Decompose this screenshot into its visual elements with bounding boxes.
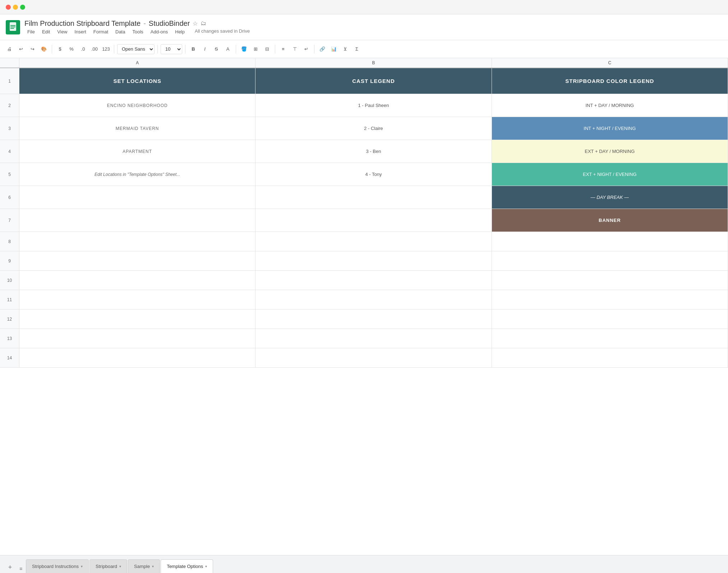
bold-button[interactable]: B	[188, 44, 198, 54]
add-sheet-button[interactable]: +	[4, 562, 16, 573]
cell-14c[interactable]	[492, 348, 728, 367]
divider-6	[275, 45, 275, 53]
col-header-a[interactable]: A	[19, 58, 255, 67]
folder-icon[interactable]: 🗂	[201, 20, 206, 27]
col-header-b[interactable]: B	[255, 58, 492, 67]
col-header-c[interactable]: C	[492, 58, 728, 67]
tab-dropdown-arrow[interactable]: ▾	[205, 564, 207, 568]
cell-12c[interactable]	[492, 309, 728, 329]
cell-13c[interactable]	[492, 329, 728, 348]
cell-4a[interactable]: APARTMENT	[19, 140, 255, 163]
wrap-button[interactable]: ↵	[301, 44, 311, 54]
cell-5a[interactable]: Edit Locations in "Template Options" She…	[19, 163, 255, 186]
cell-9a[interactable]	[19, 251, 255, 270]
cell-14b[interactable]	[255, 348, 492, 367]
cell-10c[interactable]	[492, 271, 728, 290]
cell-9c[interactable]	[492, 251, 728, 270]
cell-2b[interactable]: 1 - Paul Sheen	[255, 94, 492, 117]
table-row: 11	[0, 290, 728, 309]
menu-addons[interactable]: Add-ons	[148, 28, 171, 35]
table-row: 6 — DAY BREAK —	[0, 186, 728, 209]
chart-button[interactable]: 📊	[329, 44, 339, 54]
cell-7b[interactable]	[255, 209, 492, 232]
cell-1a[interactable]: SET LOCATIONS	[19, 68, 255, 94]
cell-5c[interactable]: EXT + NIGHT / EVENING	[492, 163, 728, 186]
number-format-button[interactable]: 123	[101, 44, 111, 54]
table-row: 3 MERMAID TAVERN 2 - Claire INT + NIGHT …	[0, 117, 728, 140]
tab-dropdown-arrow[interactable]: ▾	[119, 564, 121, 568]
menu-tools[interactable]: Tools	[129, 28, 146, 35]
cell-12a[interactable]	[19, 309, 255, 329]
filter-button[interactable]: ⊻	[340, 44, 350, 54]
currency-button[interactable]: $	[55, 44, 65, 54]
cell-3b[interactable]: 2 - Claire	[255, 117, 492, 140]
cell-10b[interactable]	[255, 271, 492, 290]
link-button[interactable]: 🔗	[317, 44, 327, 54]
cell-1c[interactable]: STRIPBOARD COLOR LEGEND	[492, 68, 728, 94]
font-family-select[interactable]: Open Sans	[117, 44, 155, 54]
cell-11b[interactable]	[255, 290, 492, 309]
cell-8a[interactable]	[19, 232, 255, 251]
maximize-button[interactable]	[20, 5, 25, 10]
tab-dropdown-arrow[interactable]: ▾	[81, 564, 83, 568]
merge-button[interactable]: ⊟	[262, 44, 272, 54]
decimal-increase-button[interactable]: .00	[89, 44, 100, 54]
menu-insert[interactable]: Insert	[72, 28, 89, 35]
sheet-list-button[interactable]: ≡	[17, 564, 25, 573]
close-button[interactable]	[6, 5, 11, 10]
menu-help[interactable]: Help	[172, 28, 188, 35]
cell-8c[interactable]	[492, 232, 728, 251]
menu-view[interactable]: View	[54, 28, 70, 35]
table-row: 9	[0, 251, 728, 271]
cell-6c[interactable]: — DAY BREAK —	[492, 186, 728, 209]
cell-6b[interactable]	[255, 186, 492, 209]
cell-2c[interactable]: INT + DAY / MORNING	[492, 94, 728, 117]
cell-14a[interactable]	[19, 348, 255, 367]
tab-template-options[interactable]: Template Options ▾	[161, 559, 213, 573]
paint-format-button[interactable]: 🎨	[39, 44, 49, 54]
cell-12b[interactable]	[255, 309, 492, 329]
valign-button[interactable]: ⊤	[290, 44, 300, 54]
print-button[interactable]: 🖨	[4, 44, 14, 54]
text-color-button[interactable]: A	[223, 44, 233, 54]
cell-11c[interactable]	[492, 290, 728, 309]
star-icon[interactable]: ☆	[193, 20, 198, 27]
cell-9b[interactable]	[255, 251, 492, 270]
undo-button[interactable]: ↩	[16, 44, 26, 54]
redo-button[interactable]: ↪	[27, 44, 37, 54]
function-button[interactable]: Σ	[352, 44, 362, 54]
cell-4c[interactable]: EXT + DAY / MORNING	[492, 140, 728, 163]
strikethrough-button[interactable]: S	[211, 44, 221, 54]
cell-13b[interactable]	[255, 329, 492, 348]
cell-7a[interactable]	[19, 209, 255, 232]
tab-dropdown-arrow[interactable]: ▾	[152, 564, 154, 568]
decimal-decrease-button[interactable]: .0	[78, 44, 88, 54]
cell-5b[interactable]: 4 - Tony	[255, 163, 492, 186]
borders-button[interactable]: ⊞	[250, 44, 261, 54]
app-header: Film Production Stripboard Template - St…	[0, 14, 728, 40]
menu-format[interactable]: Format	[91, 28, 111, 35]
percent-button[interactable]: %	[66, 44, 77, 54]
fill-color-button[interactable]: 🪣	[239, 44, 249, 54]
minimize-button[interactable]	[13, 5, 18, 10]
cell-7c[interactable]: BANNER	[492, 209, 728, 232]
menu-file[interactable]: File	[24, 28, 38, 35]
cell-8b[interactable]	[255, 232, 492, 251]
align-button[interactable]: ≡	[278, 44, 288, 54]
cell-11a[interactable]	[19, 290, 255, 309]
menu-data[interactable]: Data	[112, 28, 128, 35]
cell-6a[interactable]	[19, 186, 255, 209]
cell-3c[interactable]: INT + NIGHT / EVENING	[492, 117, 728, 140]
cell-10a[interactable]	[19, 271, 255, 290]
tab-stripboard-instructions[interactable]: Stripboard Instructions ▾	[26, 559, 89, 573]
tab-stripboard[interactable]: Stripboard ▾	[89, 559, 127, 573]
italic-button[interactable]: I	[200, 44, 210, 54]
menu-edit[interactable]: Edit	[39, 28, 53, 35]
cell-13a[interactable]	[19, 329, 255, 348]
font-size-select[interactable]: 10	[161, 44, 182, 54]
tab-sample[interactable]: Sample ▾	[128, 559, 160, 573]
cell-4b[interactable]: 3 - Ben	[255, 140, 492, 163]
cell-1b[interactable]: CAST LEGEND	[255, 68, 492, 94]
cell-2a[interactable]: ENCINO NEIGHBORHOOD	[19, 94, 255, 117]
cell-3a[interactable]: MERMAID TAVERN	[19, 117, 255, 140]
